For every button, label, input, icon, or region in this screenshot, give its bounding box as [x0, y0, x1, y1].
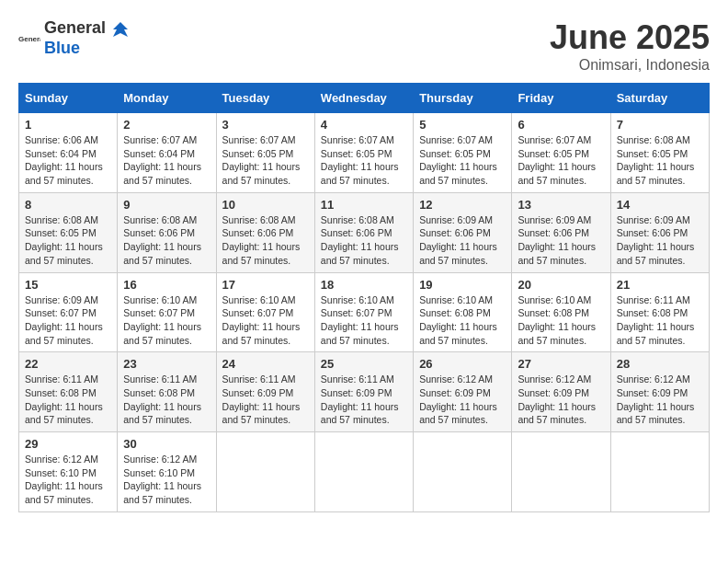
- day-number-18: 18: [321, 278, 407, 292]
- day-info-13: Sunrise: 6:09 AMSunset: 6:06 PMDaylight:…: [518, 213, 604, 268]
- location-title: Onimsari, Indonesia: [550, 57, 710, 74]
- day-cell-16: 16Sunrise: 6:10 AMSunset: 6:07 PMDayligh…: [118, 272, 216, 352]
- day-info-2: Sunrise: 6:07 AMSunset: 6:04 PMDaylight:…: [123, 133, 210, 188]
- logo-general-text: General: [44, 18, 106, 37]
- day-number-15: 15: [25, 278, 111, 292]
- day-cell-29: 29Sunrise: 6:12 AMSunset: 6:10 PMDayligh…: [19, 432, 118, 512]
- month-title: June 2025: [550, 18, 710, 57]
- day-cell-8: 8Sunrise: 6:08 AMSunset: 6:05 PMDaylight…: [19, 192, 118, 272]
- day-number-10: 10: [222, 198, 309, 212]
- day-cell-6: 6Sunrise: 6:07 AMSunset: 6:05 PMDaylight…: [512, 113, 610, 193]
- day-info-1: Sunrise: 6:06 AMSunset: 6:04 PMDaylight:…: [25, 133, 111, 188]
- day-of-week-thursday: Thursday: [414, 84, 512, 113]
- day-info-24: Sunrise: 6:11 AMSunset: 6:09 PMDaylight:…: [222, 373, 309, 427]
- empty-cell: [512, 432, 610, 512]
- day-number-25: 25: [321, 357, 407, 371]
- day-info-5: Sunrise: 6:07 AMSunset: 6:05 PMDaylight:…: [419, 133, 506, 188]
- day-number-29: 29: [25, 437, 111, 451]
- calendar-table: SundayMondayTuesdayWednesdayThursdayFrid…: [18, 83, 710, 512]
- day-number-17: 17: [222, 278, 309, 292]
- day-number-20: 20: [518, 278, 604, 292]
- title-area: June 2025 Onimsari, Indonesia: [550, 18, 710, 74]
- day-number-7: 7: [617, 118, 703, 132]
- day-info-9: Sunrise: 6:08 AMSunset: 6:06 PMDaylight:…: [123, 213, 210, 268]
- day-info-26: Sunrise: 6:12 AMSunset: 6:09 PMDaylight:…: [419, 373, 506, 427]
- day-cell-21: 21Sunrise: 6:11 AMSunset: 6:08 PMDayligh…: [610, 272, 709, 352]
- day-number-1: 1: [25, 118, 111, 132]
- day-info-18: Sunrise: 6:10 AMSunset: 6:07 PMDaylight:…: [321, 293, 407, 348]
- days-of-week-row: SundayMondayTuesdayWednesdayThursdayFrid…: [19, 84, 710, 113]
- day-info-21: Sunrise: 6:11 AMSunset: 6:08 PMDaylight:…: [617, 293, 703, 348]
- day-cell-11: 11Sunrise: 6:08 AMSunset: 6:06 PMDayligh…: [314, 192, 413, 272]
- day-number-11: 11: [321, 198, 407, 212]
- day-info-3: Sunrise: 6:07 AMSunset: 6:05 PMDaylight:…: [222, 133, 309, 188]
- day-info-17: Sunrise: 6:10 AMSunset: 6:07 PMDaylight:…: [222, 293, 309, 348]
- logo-icon: General: [18, 27, 40, 49]
- day-number-13: 13: [518, 198, 604, 212]
- day-of-week-sunday: Sunday: [19, 84, 118, 113]
- day-info-16: Sunrise: 6:10 AMSunset: 6:07 PMDaylight:…: [123, 293, 210, 348]
- day-cell-18: 18Sunrise: 6:10 AMSunset: 6:07 PMDayligh…: [314, 272, 413, 352]
- day-number-16: 16: [123, 278, 210, 292]
- day-info-4: Sunrise: 6:07 AMSunset: 6:05 PMDaylight:…: [321, 133, 407, 188]
- week-row-5: 29Sunrise: 6:12 AMSunset: 6:10 PMDayligh…: [19, 432, 710, 512]
- day-info-12: Sunrise: 6:09 AMSunset: 6:06 PMDaylight:…: [419, 213, 506, 268]
- day-number-26: 26: [419, 357, 506, 371]
- day-cell-9: 9Sunrise: 6:08 AMSunset: 6:06 PMDaylight…: [118, 192, 216, 272]
- day-number-23: 23: [123, 357, 210, 371]
- day-of-week-friday: Friday: [512, 84, 610, 113]
- week-row-1: 1Sunrise: 6:06 AMSunset: 6:04 PMDaylight…: [19, 113, 710, 193]
- day-info-8: Sunrise: 6:08 AMSunset: 6:05 PMDaylight:…: [25, 213, 111, 268]
- day-number-14: 14: [617, 198, 703, 212]
- day-number-19: 19: [419, 278, 506, 292]
- week-row-3: 15Sunrise: 6:09 AMSunset: 6:07 PMDayligh…: [19, 272, 710, 352]
- day-info-23: Sunrise: 6:11 AMSunset: 6:08 PMDaylight:…: [123, 373, 210, 427]
- svg-marker-1: [113, 22, 128, 37]
- day-cell-3: 3Sunrise: 6:07 AMSunset: 6:05 PMDaylight…: [216, 113, 314, 193]
- logo: General General Blue: [18, 18, 131, 58]
- empty-cell: [414, 432, 512, 512]
- day-number-24: 24: [222, 357, 309, 371]
- day-number-6: 6: [518, 118, 604, 132]
- logo-bird-icon: [111, 20, 130, 39]
- day-info-29: Sunrise: 6:12 AMSunset: 6:10 PMDaylight:…: [25, 453, 111, 507]
- day-number-28: 28: [617, 357, 703, 371]
- day-cell-10: 10Sunrise: 6:08 AMSunset: 6:06 PMDayligh…: [216, 192, 314, 272]
- day-number-30: 30: [123, 437, 210, 451]
- day-number-8: 8: [25, 198, 111, 212]
- day-cell-20: 20Sunrise: 6:10 AMSunset: 6:08 PMDayligh…: [512, 272, 610, 352]
- day-cell-26: 26Sunrise: 6:12 AMSunset: 6:09 PMDayligh…: [414, 352, 512, 432]
- empty-cell: [314, 432, 413, 512]
- day-cell-27: 27Sunrise: 6:12 AMSunset: 6:09 PMDayligh…: [512, 352, 610, 432]
- day-of-week-wednesday: Wednesday: [314, 84, 413, 113]
- day-cell-22: 22Sunrise: 6:11 AMSunset: 6:08 PMDayligh…: [19, 352, 118, 432]
- day-number-27: 27: [518, 357, 604, 371]
- day-cell-19: 19Sunrise: 6:10 AMSunset: 6:08 PMDayligh…: [414, 272, 512, 352]
- day-number-9: 9: [123, 198, 210, 212]
- day-info-27: Sunrise: 6:12 AMSunset: 6:09 PMDaylight:…: [518, 373, 604, 427]
- day-cell-12: 12Sunrise: 6:09 AMSunset: 6:06 PMDayligh…: [414, 192, 512, 272]
- day-number-22: 22: [25, 357, 111, 371]
- day-cell-13: 13Sunrise: 6:09 AMSunset: 6:06 PMDayligh…: [512, 192, 610, 272]
- day-info-22: Sunrise: 6:11 AMSunset: 6:08 PMDaylight:…: [25, 373, 111, 427]
- day-cell-25: 25Sunrise: 6:11 AMSunset: 6:09 PMDayligh…: [314, 352, 413, 432]
- day-cell-7: 7Sunrise: 6:08 AMSunset: 6:05 PMDaylight…: [610, 113, 709, 193]
- calendar-body: 1Sunrise: 6:06 AMSunset: 6:04 PMDaylight…: [19, 113, 710, 512]
- day-info-28: Sunrise: 6:12 AMSunset: 6:09 PMDaylight:…: [617, 373, 703, 427]
- day-cell-15: 15Sunrise: 6:09 AMSunset: 6:07 PMDayligh…: [19, 272, 118, 352]
- day-number-4: 4: [321, 118, 407, 132]
- day-info-19: Sunrise: 6:10 AMSunset: 6:08 PMDaylight:…: [419, 293, 506, 348]
- day-number-3: 3: [222, 118, 309, 132]
- svg-text:General: General: [18, 35, 40, 43]
- day-number-12: 12: [419, 198, 506, 212]
- week-row-4: 22Sunrise: 6:11 AMSunset: 6:08 PMDayligh…: [19, 352, 710, 432]
- day-of-week-monday: Monday: [118, 84, 216, 113]
- day-cell-17: 17Sunrise: 6:10 AMSunset: 6:07 PMDayligh…: [216, 272, 314, 352]
- day-info-11: Sunrise: 6:08 AMSunset: 6:06 PMDaylight:…: [321, 213, 407, 268]
- day-cell-28: 28Sunrise: 6:12 AMSunset: 6:09 PMDayligh…: [610, 352, 709, 432]
- day-cell-5: 5Sunrise: 6:07 AMSunset: 6:05 PMDaylight…: [414, 113, 512, 193]
- day-info-6: Sunrise: 6:07 AMSunset: 6:05 PMDaylight:…: [518, 133, 604, 188]
- day-info-7: Sunrise: 6:08 AMSunset: 6:05 PMDaylight:…: [617, 133, 703, 188]
- day-cell-2: 2Sunrise: 6:07 AMSunset: 6:04 PMDaylight…: [118, 113, 216, 193]
- day-info-10: Sunrise: 6:08 AMSunset: 6:06 PMDaylight:…: [222, 213, 309, 268]
